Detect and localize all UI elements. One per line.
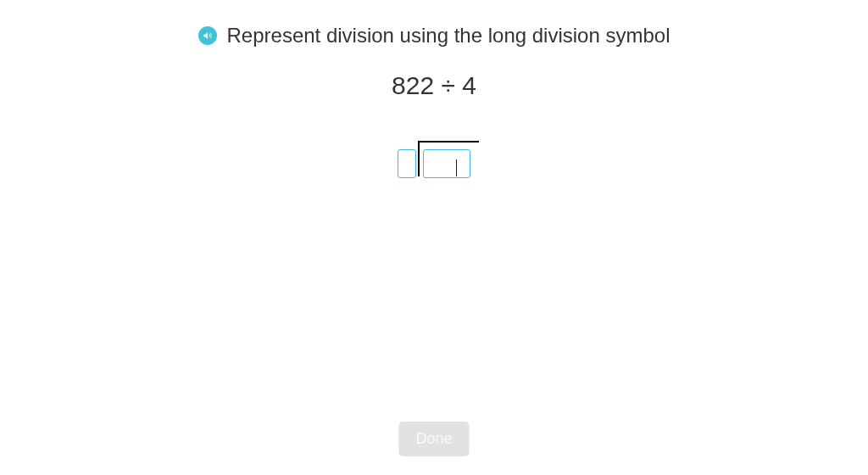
- dividend-input[interactable]: [423, 149, 470, 178]
- done-button[interactable]: Done: [398, 422, 469, 456]
- division-expression: 822 ÷ 4: [0, 71, 868, 100]
- instruction-header: Represent division using the long divisi…: [0, 0, 868, 48]
- work-area: [0, 149, 868, 178]
- division-bar-left: [418, 141, 420, 176]
- division-bar-top: [418, 141, 479, 142]
- audio-icon[interactable]: [198, 26, 217, 45]
- instruction-text: Represent division using the long divisi…: [227, 24, 670, 48]
- long-division-symbol: [398, 149, 470, 178]
- dividend-wrap: [420, 149, 470, 178]
- divisor-input[interactable]: [398, 149, 416, 178]
- text-cursor: [456, 159, 457, 176]
